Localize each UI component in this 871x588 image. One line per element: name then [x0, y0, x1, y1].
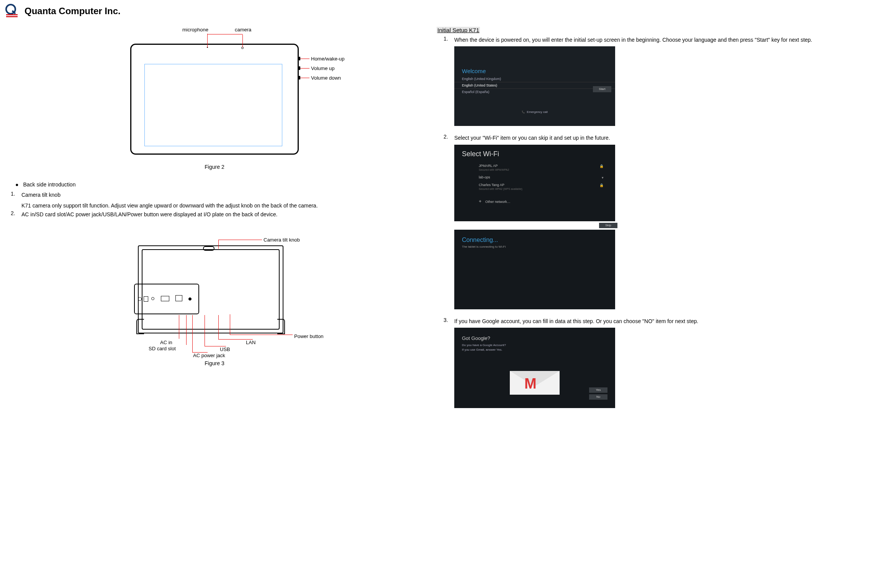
- google-no-button: No: [589, 394, 607, 400]
- figure-2-caption: Figure 2: [4, 164, 425, 170]
- wifi-net3: Charles Tang AP: [479, 183, 504, 187]
- welcome-title: Welcome: [454, 46, 615, 76]
- item-2-num: 2.: [11, 210, 21, 216]
- svg-rect-2: [6, 16, 18, 17]
- step-3-text: If you have Google account, you can fill…: [454, 317, 862, 325]
- wifi-title: Select Wi-Fi: [454, 145, 615, 162]
- setup-title: Initial Setup K71: [437, 27, 480, 33]
- step-2-text: Select your "Wi-Fi" item or you can skip…: [454, 134, 862, 142]
- label-ac-jack: AC power jack: [193, 353, 225, 358]
- item-1-title: Camera tilt knob: [21, 191, 424, 199]
- svg-rect-1: [6, 14, 18, 15]
- screenshot-connecting: Connecting... The tablet is connecting t…: [454, 230, 615, 309]
- label-power-button: Power button: [294, 333, 324, 339]
- label-camera: camera: [235, 27, 251, 33]
- wifi-signal-icon: ▾: [602, 176, 604, 180]
- connecting-subtitle: The tablet is connecting to Wi-Fi: [454, 245, 615, 306]
- wifi-net1: JPMARL AP: [479, 164, 498, 168]
- connecting-title: Connecting...: [454, 230, 615, 245]
- screenshot-select-wifi: Select Wi-Fi JPMARL APSecured with WPA/W…: [454, 145, 615, 221]
- tablet-screen: [144, 64, 282, 146]
- step-1-num: 1.: [444, 36, 454, 42]
- figure-3-caption: Figure 3: [4, 360, 425, 366]
- wifi-other-network: Other network…: [454, 193, 615, 212]
- wifi-lock-icon: 🔒: [599, 164, 604, 168]
- screenshot-welcome: Welcome English (United Kingdom) English…: [454, 46, 615, 126]
- figure-2-diagram: microphone camera Home/wake-up Volume up…: [84, 22, 345, 160]
- label-lan: LAN: [246, 340, 255, 345]
- skip-button: Skip: [599, 223, 617, 228]
- label-volume-down: Volume down: [311, 75, 341, 81]
- label-ac-in: AC in: [160, 340, 172, 345]
- got-google-title: Got Google?: [454, 328, 615, 343]
- label-usb: USB: [220, 346, 230, 352]
- wifi-lock-icon: 🔒: [599, 183, 604, 187]
- step-2-num: 2.: [444, 134, 454, 140]
- gmail-envelope-icon: M: [510, 362, 560, 395]
- lang-selected: English (United States): [454, 82, 615, 89]
- google-yes-button: Yes: [589, 387, 607, 393]
- label-home: Home/wake-up: [311, 56, 344, 62]
- figure-3-diagram: Camera tilt knob AC in SD card slot AC p…: [92, 230, 337, 356]
- step-1-text: When the device is powered on, you will …: [454, 36, 862, 44]
- company-name: Quanta Computer Inc.: [25, 6, 121, 16]
- label-microphone: microphone: [182, 27, 208, 33]
- item-1-body: K71 camera only support tilt function. A…: [21, 201, 425, 210]
- backside-heading: Back side introduction: [15, 181, 425, 188]
- item-1-num: 1.: [11, 191, 21, 197]
- screenshot-google-account: Got Google? Do you have a Google Account…: [454, 328, 615, 408]
- page-header: Quanta Computer Inc.: [4, 4, 425, 18]
- tablet-outline: [130, 44, 299, 155]
- label-camera-tilt-knob: Camera tilt knob: [264, 237, 300, 243]
- quanta-logo: [4, 4, 21, 18]
- step-3-num: 3.: [444, 317, 454, 323]
- label-sd-card: SD card slot: [149, 346, 176, 351]
- label-volume-up: Volume up: [311, 65, 334, 71]
- lang-prev: English (United Kingdom): [454, 76, 615, 82]
- google-sub1: Do you have a Google Account?: [454, 343, 615, 348]
- wifi-net2: lab-ops: [479, 175, 490, 179]
- emergency-call: Emergency call: [454, 95, 615, 117]
- lang-next: Español (España): [454, 89, 615, 95]
- start-button: Start: [593, 86, 611, 92]
- google-sub2: If you use Gmail, answer Yes.: [454, 348, 615, 353]
- item-2-title: AC in/SD card slot/AC power jack/USB/LAN…: [21, 210, 424, 219]
